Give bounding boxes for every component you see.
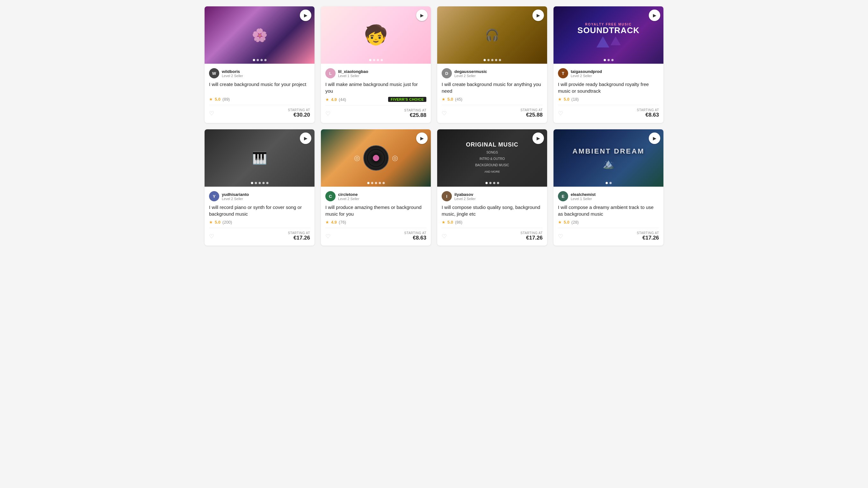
gig-card-4[interactable]: ROYALTY FREE MUSIC SOUNDTRACK ▶ T taigas… bbox=[554, 6, 663, 123]
carousel-dot[interactable] bbox=[611, 59, 613, 61]
carousel-dot[interactable] bbox=[382, 182, 384, 184]
carousel-dot[interactable] bbox=[497, 182, 499, 184]
seller-name[interactable]: ilyabasov bbox=[455, 192, 476, 197]
price-area: STARTING AT €17.26 bbox=[637, 231, 659, 241]
carousel-dot[interactable] bbox=[493, 182, 495, 184]
carousel-dot[interactable] bbox=[255, 182, 257, 184]
favorite-button[interactable]: ♡ bbox=[442, 233, 447, 240]
carousel-dot[interactable] bbox=[609, 182, 612, 184]
rating-row: ★ 5.0 (28) bbox=[558, 220, 659, 225]
play-button[interactable]: ▶ bbox=[416, 132, 428, 144]
gig-card-5[interactable]: 🎹 ▶ Y yudhisarianto Level 2 Seller I wil… bbox=[205, 129, 314, 246]
play-button[interactable]: ▶ bbox=[532, 132, 544, 144]
favorite-button[interactable]: ♡ bbox=[209, 110, 214, 117]
carousel-dot[interactable] bbox=[491, 59, 493, 61]
carousel-dot[interactable] bbox=[256, 59, 259, 61]
seller-name[interactable]: circletone bbox=[338, 192, 360, 197]
seller-name[interactable]: wildboris bbox=[222, 69, 243, 74]
avatar: C bbox=[326, 191, 336, 201]
carousel-dot[interactable] bbox=[375, 182, 377, 184]
gig-title[interactable]: I will record piano or synth for cover s… bbox=[209, 204, 310, 217]
carousel-dot[interactable] bbox=[495, 59, 497, 61]
price: €17.26 bbox=[293, 235, 310, 241]
carousel-dot[interactable] bbox=[380, 59, 383, 61]
carousel-dot[interactable] bbox=[367, 182, 369, 184]
gig-card-8[interactable]: AMBIENT DREAM 🏔️ ▶ E elealchemist Level … bbox=[554, 129, 663, 246]
play-button[interactable]: ▶ bbox=[532, 9, 544, 21]
carousel-dot[interactable] bbox=[485, 182, 488, 184]
carousel-dot[interactable] bbox=[369, 59, 371, 61]
price-area: STARTING AT €8.63 bbox=[404, 231, 426, 241]
carousel-dot[interactable] bbox=[489, 182, 491, 184]
gig-card-3[interactable]: 🎧 ▶ D degaussermusic Level 2 Seller I wi… bbox=[437, 6, 547, 123]
card-footer: ♡ STARTING AT €17.26 bbox=[558, 228, 659, 241]
rating-row: ★ 5.0 (18) bbox=[558, 97, 659, 102]
card-body: I ilyabasov Level 2 Seller I will compos… bbox=[437, 187, 547, 246]
gig-card-7[interactable]: ORIGINAL MUSIC SONGSINTRO & OUTROBACKGRO… bbox=[437, 129, 547, 246]
gig-card-6[interactable]: ◎ ◎ ▶ C circletone Level 2 Seller I will… bbox=[321, 129, 431, 246]
carousel-dot[interactable] bbox=[260, 59, 262, 61]
seller-level: Level 2 Seller bbox=[455, 74, 487, 78]
favorite-button[interactable]: ♡ bbox=[209, 233, 214, 240]
play-button[interactable]: ▶ bbox=[649, 9, 660, 21]
carousel-dot[interactable] bbox=[253, 59, 255, 61]
carousel-dots bbox=[606, 182, 612, 184]
seller-name[interactable]: elealchemist bbox=[571, 192, 595, 197]
favorite-button[interactable]: ♡ bbox=[326, 110, 331, 117]
carousel-dot[interactable] bbox=[251, 182, 253, 184]
rating-value: 5.0 bbox=[564, 220, 569, 225]
gig-card-2[interactable]: 🧒 ▶ L lil_xiaolongbao Level 1 Seller I w… bbox=[321, 6, 431, 123]
play-button[interactable]: ▶ bbox=[416, 9, 428, 21]
carousel-dot[interactable] bbox=[377, 59, 379, 61]
seller-level: Level 2 Seller bbox=[338, 197, 360, 201]
carousel-dots bbox=[251, 182, 268, 184]
gig-title[interactable]: I will compose studio quality song, back… bbox=[442, 204, 542, 217]
carousel-dot[interactable] bbox=[258, 182, 261, 184]
carousel-dot[interactable] bbox=[378, 182, 381, 184]
star-icon: ★ bbox=[558, 220, 562, 225]
rating-row: ★ 5.0 (89) bbox=[209, 97, 310, 102]
favorite-button[interactable]: ♡ bbox=[558, 233, 563, 240]
card-body: W wildboris Level 2 Seller I will create… bbox=[205, 64, 314, 123]
carousel-dot[interactable] bbox=[499, 59, 501, 61]
carousel-dot[interactable] bbox=[373, 59, 375, 61]
carousel-dot[interactable] bbox=[484, 59, 486, 61]
carousel-dot[interactable] bbox=[487, 59, 490, 61]
favorite-button[interactable]: ♡ bbox=[442, 110, 447, 117]
play-button[interactable]: ▶ bbox=[300, 9, 311, 21]
carousel-dot[interactable] bbox=[603, 59, 606, 61]
price-area: STARTING AT €8.63 bbox=[637, 108, 659, 118]
carousel-dot[interactable] bbox=[371, 182, 373, 184]
starting-at-label: STARTING AT bbox=[521, 231, 542, 235]
seller-name[interactable]: yudhisarianto bbox=[222, 192, 249, 197]
seller-meta: circletone Level 2 Seller bbox=[338, 192, 360, 201]
gig-title[interactable]: I will compose a dreamy ambient track to… bbox=[558, 204, 659, 217]
play-button[interactable]: ▶ bbox=[649, 132, 660, 144]
gig-title[interactable]: I will create background music for your … bbox=[209, 81, 310, 94]
carousel-dots bbox=[485, 182, 499, 184]
carousel-dot[interactable] bbox=[264, 59, 267, 61]
gig-title[interactable]: I will create background music for anyth… bbox=[442, 81, 542, 94]
seller-name[interactable]: degaussermusic bbox=[455, 69, 487, 74]
seller-info: T taigasoundprod Level 2 Seller bbox=[558, 68, 659, 78]
card-image: 🎹 ▶ bbox=[205, 129, 314, 187]
fiverr-choice-badge: FIVERR'S CHOICE bbox=[388, 97, 426, 102]
favorite-button[interactable]: ♡ bbox=[326, 233, 331, 240]
gig-title[interactable]: I will make anime background music just … bbox=[326, 81, 426, 94]
seller-name[interactable]: taigasoundprod bbox=[571, 69, 602, 74]
carousel-dot[interactable] bbox=[262, 182, 265, 184]
gig-card-1[interactable]: 🌸 ▶ W wildboris Level 2 Seller I will cr… bbox=[205, 6, 314, 123]
carousel-dots bbox=[367, 182, 384, 184]
play-button[interactable]: ▶ bbox=[300, 132, 311, 144]
seller-info: D degaussermusic Level 2 Seller bbox=[442, 68, 542, 78]
gig-title[interactable]: I will provide ready background royalty … bbox=[558, 81, 659, 94]
carousel-dot[interactable] bbox=[266, 182, 268, 184]
starting-at-label: STARTING AT bbox=[637, 231, 659, 235]
rating-value: 5.0 bbox=[215, 97, 220, 102]
carousel-dot[interactable] bbox=[607, 59, 610, 61]
gig-title[interactable]: I will produce amazing themes or backgro… bbox=[326, 204, 426, 217]
star-icon: ★ bbox=[326, 97, 329, 102]
seller-name[interactable]: lil_xiaolongbao bbox=[338, 69, 368, 74]
favorite-button[interactable]: ♡ bbox=[558, 110, 563, 117]
carousel-dot[interactable] bbox=[606, 182, 608, 184]
